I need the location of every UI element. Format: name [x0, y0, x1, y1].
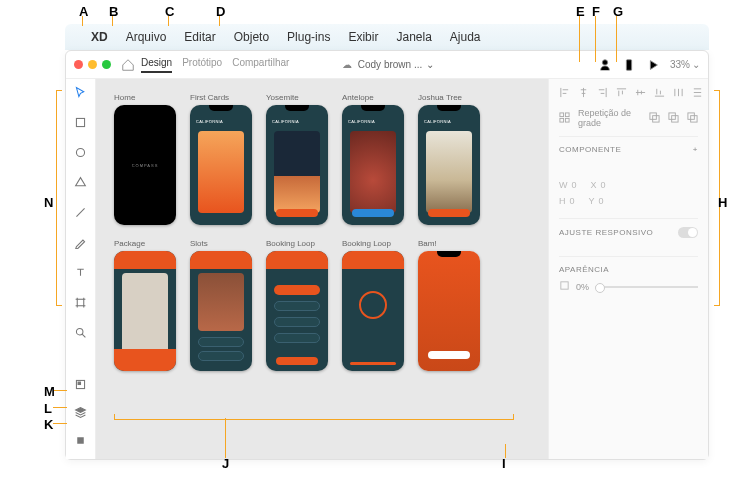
ellipse-tool-icon[interactable] [74, 145, 87, 163]
zoom-tool-icon[interactable] [74, 325, 87, 343]
tab-design[interactable]: Design [141, 57, 172, 73]
close-window-icon[interactable] [74, 60, 83, 69]
add-component-icon[interactable]: + [693, 145, 698, 154]
opacity-value[interactable]: 0% [576, 282, 589, 292]
tag-text: CALIFORNIA [272, 119, 299, 124]
artboard-label: Home [114, 93, 176, 102]
cloud-icon: ☁ [340, 58, 354, 72]
properties-panel: Repetição de grade COMPONENTE+ W 0 X 0 H… [548, 79, 708, 459]
section-responsivo: AJUSTE RESPONSIVO [559, 228, 653, 237]
annot-g: G [613, 4, 623, 19]
menu-arquivo[interactable]: Arquivo [126, 30, 167, 44]
y-value[interactable]: 0 [599, 196, 604, 206]
menu-exibir[interactable]: Exibir [348, 30, 378, 44]
opacity-slider[interactable] [595, 286, 698, 288]
annot-b: B [109, 4, 118, 19]
annot-h: H [718, 195, 727, 210]
y-label: Y [589, 196, 595, 206]
canvas[interactable]: Home COMPASS First Cards CALIFORNIA Yose… [96, 79, 548, 459]
align-right-icon[interactable] [597, 87, 608, 100]
align-row [559, 87, 698, 100]
layers-panel-icon[interactable] [74, 405, 87, 423]
home-icon[interactable] [121, 58, 135, 72]
distribute-h-icon[interactable] [673, 87, 684, 100]
w-value[interactable]: 0 [572, 180, 577, 190]
align-middle-icon[interactable] [635, 87, 646, 100]
menu-plugins[interactable]: Plug-ins [287, 30, 330, 44]
visibility-icon[interactable] [559, 280, 570, 293]
annot-a: A [79, 4, 88, 19]
distribute-v-icon[interactable] [692, 87, 703, 100]
text-tool-icon[interactable] [74, 265, 87, 283]
annot-k: K [44, 417, 53, 432]
menu-janela[interactable]: Janela [396, 30, 431, 44]
tag-text: CALIFORNIA [196, 119, 223, 124]
titlebar: Design Protótipo Compartilhar ☁ Cody bro… [66, 51, 708, 79]
align-bottom-icon[interactable] [654, 87, 665, 100]
annot-j: J [222, 456, 229, 471]
menu-editar[interactable]: Editar [184, 30, 215, 44]
h-value[interactable]: 0 [570, 196, 575, 206]
traffic-lights [74, 60, 111, 69]
artboard-booking-loop-2[interactable]: Booking Loop [342, 239, 404, 371]
align-center-h-icon[interactable] [578, 87, 589, 100]
svg-rect-4 [77, 299, 84, 306]
annot-d: D [216, 4, 225, 19]
tab-compartilhar[interactable]: Compartilhar [232, 57, 289, 73]
minimize-window-icon[interactable] [88, 60, 97, 69]
chevron-down-icon: ⌄ [426, 59, 434, 70]
rectangle-tool-icon[interactable] [74, 115, 87, 133]
zoom-value: 33% [670, 59, 690, 70]
artboard-first-cards[interactable]: First Cards CALIFORNIA [190, 93, 252, 225]
svg-point-3 [76, 148, 84, 156]
artboard-label: Antelope [342, 93, 404, 102]
repeat-grid-icon[interactable] [559, 112, 570, 125]
menu-objeto[interactable]: Objeto [234, 30, 269, 44]
artboard-label: Yosemite [266, 93, 328, 102]
mobile-preview-icon[interactable] [622, 58, 636, 72]
align-left-icon[interactable] [559, 87, 570, 100]
svg-rect-9 [560, 112, 564, 116]
annot-m: M [44, 384, 55, 399]
maximize-window-icon[interactable] [102, 60, 111, 69]
boolean-subtract-icon[interactable] [668, 112, 679, 125]
artboard-antelope[interactable]: Antelope CALIFORNIA [342, 93, 404, 225]
x-value[interactable]: 0 [601, 180, 606, 190]
artboard-home[interactable]: Home COMPASS [114, 93, 176, 225]
artboard-joshua-tree[interactable]: Joshua Tree CALIFORNIA [418, 93, 480, 225]
invite-icon[interactable] [598, 58, 612, 72]
pen-tool-icon[interactable] [74, 235, 87, 253]
plugins-panel-icon[interactable] [74, 433, 87, 451]
doc-title-text: Cody brown ... [358, 59, 422, 70]
artboard-slots[interactable]: Slots [190, 239, 252, 371]
polygon-tool-icon[interactable] [74, 175, 87, 193]
svg-point-0 [602, 59, 607, 64]
artboard-tool-icon[interactable] [74, 295, 87, 313]
svg-rect-7 [78, 382, 80, 384]
line-tool-icon[interactable] [74, 205, 87, 223]
artboard-yosemite[interactable]: Yosemite CALIFORNIA [266, 93, 328, 225]
artboard-booking-loop-1[interactable]: Booking Loop [266, 239, 328, 371]
artboard-package[interactable]: Package [114, 239, 176, 371]
align-top-icon[interactable] [616, 87, 627, 100]
svg-rect-19 [561, 282, 568, 289]
menu-ajuda[interactable]: Ajuda [450, 30, 481, 44]
assets-panel-icon[interactable] [74, 377, 87, 395]
boolean-intersect-icon[interactable] [687, 112, 698, 125]
svg-rect-1 [626, 59, 631, 70]
zoom-control[interactable]: 33% ⌄ [670, 59, 700, 70]
system-menubar: XD Arquivo Editar Objeto Plug-ins Exibir… [65, 24, 709, 50]
h-label: H [559, 196, 566, 206]
document-title[interactable]: ☁ Cody brown ... ⌄ [340, 58, 434, 72]
tag-text: CALIFORNIA [348, 119, 375, 124]
select-tool-icon[interactable] [74, 85, 87, 103]
boolean-add-icon[interactable] [649, 112, 660, 125]
artboard-label: Booking Loop [266, 239, 328, 248]
artboard-label: Bam! [418, 239, 480, 248]
play-preview-icon[interactable] [646, 58, 660, 72]
artboard-bam[interactable]: Bam! [418, 239, 480, 371]
tab-prototipo[interactable]: Protótipo [182, 57, 222, 73]
responsive-toggle[interactable] [678, 227, 698, 238]
svg-rect-12 [565, 118, 569, 122]
mode-tabs: Design Protótipo Compartilhar [141, 57, 289, 73]
